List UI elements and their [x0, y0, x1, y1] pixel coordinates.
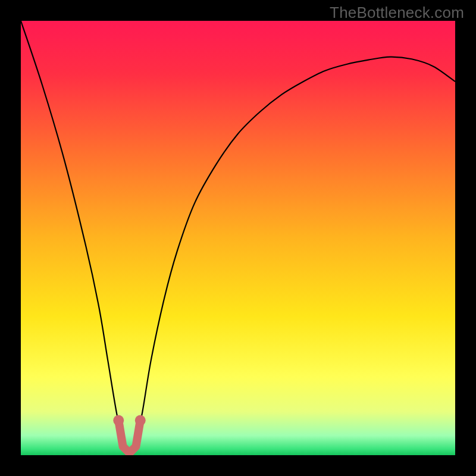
bottleneck-curve — [21, 21, 455, 455]
svg-point-2 — [135, 415, 146, 426]
svg-point-1 — [113, 415, 124, 426]
watermark-text: TheBottleneck.com — [330, 4, 464, 22]
curve-layer — [21, 21, 455, 455]
highlight-u — [118, 421, 140, 453]
plot-area — [21, 21, 455, 455]
highlight-endpoints — [113, 415, 146, 426]
chart-frame: TheBottleneck.com — [0, 0, 476, 476]
